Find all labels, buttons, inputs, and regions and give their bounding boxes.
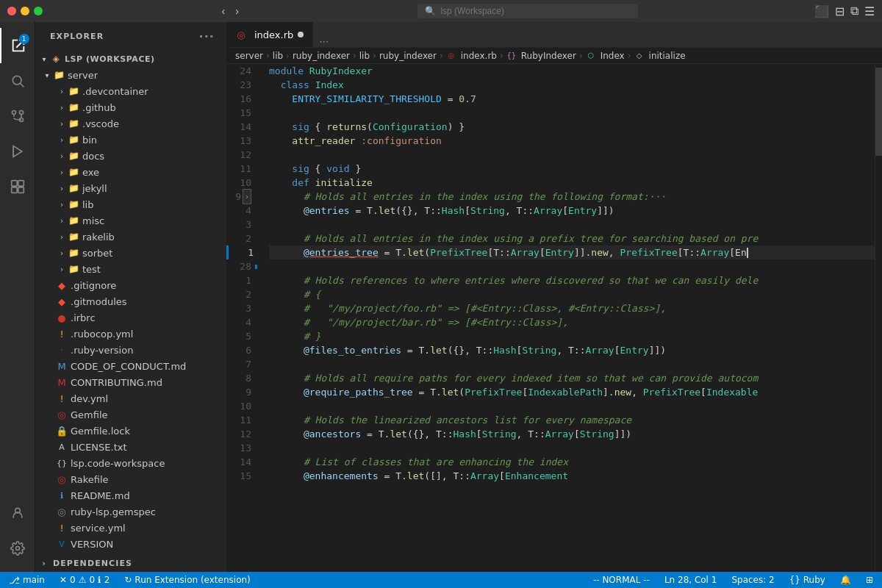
ln-24: 24: [226, 64, 257, 78]
sidebar-toggle-button[interactable]: ⬛: [814, 4, 829, 18]
tree-item-github[interactable]: › 📁 .github: [35, 99, 226, 115]
tree-item-devcontainer[interactable]: › 📁 .devcontainer: [35, 83, 226, 99]
breadcrumb-sep: ›: [266, 51, 270, 61]
breadcrumb-ruby-indexer1[interactable]: ruby_indexer: [293, 51, 350, 61]
tree-item-test[interactable]: › 📁 test: [35, 261, 226, 277]
tree-item-gemfile-lock[interactable]: 🔒 Gemfile.lock: [35, 423, 226, 439]
breadcrumb-module[interactable]: RubyIndexer: [521, 51, 576, 61]
forward-button[interactable]: ›: [232, 4, 242, 18]
panel-button[interactable]: ☰: [864, 4, 875, 18]
tree-item-gemspec[interactable]: ◎ ruby-lsp.gemspec: [35, 503, 226, 520]
ln-2: 2: [226, 232, 257, 245]
breadcrumb-lib2[interactable]: lib: [359, 51, 370, 61]
tree-item-vscode[interactable]: › 📁 .vscode: [35, 115, 226, 132]
tree-label: .rubocop.yml: [71, 329, 133, 340]
warning-count: 0: [89, 575, 95, 585]
code-editor[interactable]: 24 23 16 15 14 13 12 11 10 9 › 4 3 2 1 2…: [226, 64, 882, 572]
breadcrumb-sep: ›: [500, 51, 503, 61]
minimize-button[interactable]: [21, 7, 29, 15]
language-status[interactable]: {} Ruby: [786, 572, 828, 588]
tree-item-docs[interactable]: › 📁 docs: [35, 148, 226, 164]
test-activity-icon[interactable]: [0, 495, 35, 531]
tree-item-exe[interactable]: › 📁 exe: [35, 164, 226, 180]
collapse-arrow: ›: [56, 136, 68, 144]
line-numbers: 24 23 16 15 14 13 12 11 10 9 › 4 3 2 1 2…: [226, 64, 263, 572]
tree-item-ruby-version[interactable]: · .ruby-version: [35, 342, 226, 358]
explorer-activity-icon[interactable]: 1: [0, 28, 35, 63]
layout-button[interactable]: ⊟: [835, 4, 845, 18]
deps-label: DEPENDENCIES: [53, 559, 132, 568]
tree-item-dev-yml[interactable]: ! dev.yml: [35, 390, 226, 406]
tab-index-rb[interactable]: ◎ index.rb: [226, 22, 313, 47]
tree-item-contributing[interactable]: M CONTRIBUTING.md: [35, 374, 226, 390]
tree-item-irbrc[interactable]: ● .irbrc: [35, 309, 226, 326]
titlebar: ‹ › 🔍 ⬛ ⊟ ⧉ ☰: [0, 0, 882, 22]
tree-item-sorbet[interactable]: › 📁 sorbet: [35, 245, 226, 261]
search-bar[interactable]: 🔍: [417, 4, 638, 18]
run-activity-icon[interactable]: [0, 134, 35, 169]
ln-r7: 7: [226, 357, 257, 371]
breadcrumb-ruby-indexer2[interactable]: ruby_indexer: [379, 51, 437, 61]
git-branch-status[interactable]: ⎇ main: [6, 572, 48, 588]
tree-item-rakelib[interactable]: › 📁 rakelib: [35, 229, 226, 245]
position-status[interactable]: Ln 28, Col 1: [662, 572, 720, 588]
close-button[interactable]: [7, 7, 16, 15]
file-icon: ◎: [56, 506, 68, 517]
tree-item-gitignore[interactable]: ◆ .gitignore: [35, 277, 226, 293]
extensions-activity-icon[interactable]: [0, 169, 35, 204]
code-content[interactable]: module RubyIndexer class Index ENTRY_SIM…: [263, 64, 875, 572]
file-icon: !: [56, 392, 68, 404]
tree-item-readme[interactable]: ℹ README.md: [35, 487, 226, 503]
spaces-status[interactable]: Spaces: 2: [728, 572, 777, 588]
breadcrumb-file[interactable]: index.rb: [461, 51, 497, 61]
tree-item-rakefile[interactable]: ◎ Rakefile: [35, 471, 226, 487]
search-activity-icon[interactable]: [0, 63, 35, 98]
tree-item-gemfile[interactable]: ◎ Gemfile: [35, 406, 226, 423]
settings-activity-icon[interactable]: [0, 531, 35, 566]
ln-12: 12: [226, 148, 257, 162]
folder-icon: 📁: [68, 118, 79, 129]
workspace-root[interactable]: ▾ ◈ LSP (WORKSPACE): [35, 51, 226, 67]
tree-item-misc[interactable]: › 📁 misc: [35, 212, 226, 229]
code-line: [269, 148, 875, 162]
tree-item-workspace[interactable]: {} lsp.code-workspace: [35, 455, 226, 471]
tree-item-license[interactable]: A LICENSE.txt: [35, 439, 226, 455]
tree-item-code-of-conduct[interactable]: M CODE_OF_CONDUCT.md: [35, 358, 226, 374]
tree-item-gitmodules[interactable]: ◆ .gitmodules: [35, 293, 226, 309]
sidebar-menu-button[interactable]: ···: [198, 29, 215, 43]
folder-icon: 📁: [68, 182, 79, 194]
maximize-button[interactable]: [34, 7, 43, 15]
vim-mode-status[interactable]: -- NORMAL --: [590, 572, 653, 588]
bell-icon: 🔔: [840, 575, 851, 585]
back-button[interactable]: ‹: [219, 4, 229, 18]
source-control-activity-icon[interactable]: [0, 98, 35, 134]
dependencies-header[interactable]: › DEPENDENCIES: [35, 555, 226, 571]
breadcrumb-class[interactable]: Index: [600, 51, 625, 61]
code-line: ENTRY_SIMILARITY_THRESHOLD = 0.7: [269, 92, 875, 106]
tree-item-bin[interactable]: › 📁 bin: [35, 132, 226, 148]
split-button[interactable]: ⧉: [850, 4, 858, 18]
breadcrumb-server[interactable]: server: [235, 51, 263, 61]
breadcrumb-lib[interactable]: lib: [273, 51, 283, 61]
tree-item-version[interactable]: V VERSION: [35, 536, 226, 552]
tree-label: sorbet: [82, 248, 112, 259]
tree-item-server[interactable]: ▾ 📁 server: [35, 67, 226, 83]
svg-rect-9: [11, 181, 17, 187]
ln-9: 9 ›: [226, 190, 257, 204]
folder-icon: 📁: [68, 198, 79, 210]
code-line-current: @entries_tree = T.let(PrefixTree[T::Arra…: [269, 245, 875, 259]
errors-status[interactable]: ✕ 0 ⚠ 0 ℹ 2: [57, 572, 112, 588]
code-line: [269, 399, 875, 413]
bell-status[interactable]: 🔔: [837, 572, 854, 588]
tree-item-lib[interactable]: › 📁 lib: [35, 196, 226, 212]
tree-item-rubocop[interactable]: ! .rubocop.yml: [35, 326, 226, 342]
search-input[interactable]: [440, 6, 631, 16]
layout-status[interactable]: ⊞: [863, 572, 876, 588]
breadcrumb-method[interactable]: initialize: [649, 51, 686, 61]
minimap-slider[interactable]: [875, 68, 882, 156]
tree-item-service-yml[interactable]: ! service.yml: [35, 520, 226, 536]
task-status[interactable]: ↻ Run Extension (extension): [121, 572, 253, 588]
collapse-arrow: ›: [56, 184, 68, 193]
tree-item-jekyll[interactable]: › 📁 jekyll: [35, 180, 226, 196]
ln-r15: 15: [226, 469, 257, 483]
